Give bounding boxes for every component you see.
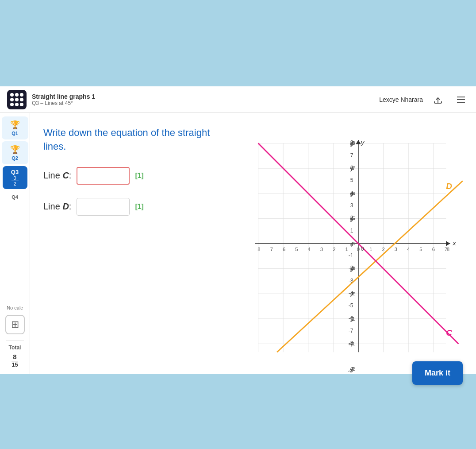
question-panel: Write down the equation of the straight … xyxy=(43,126,211,361)
svg-text:4: 4 xyxy=(350,241,353,248)
line-c-input[interactable] xyxy=(77,167,130,185)
trophy-icon-q1: 🏆 xyxy=(10,120,20,130)
svg-text:-7: -7 xyxy=(349,328,353,334)
line-c-row: Line C: [1] xyxy=(43,167,211,185)
no-calc-label: No calc xyxy=(7,305,23,310)
svg-marker-24 xyxy=(356,140,361,144)
line-d-marks: [1] xyxy=(135,203,144,211)
svg-text:-2: -2 xyxy=(349,265,353,271)
menu-button[interactable] xyxy=(453,92,469,108)
q3-score-num: 0 xyxy=(13,175,16,181)
sidebar-divider xyxy=(6,341,24,341)
svg-text:-2: -2 xyxy=(331,247,335,252)
line-d-row: Line D: [1] xyxy=(43,198,211,216)
svg-text:-6: -6 xyxy=(281,247,285,252)
user-name: Lexcye Nharara xyxy=(379,96,423,103)
graph-panel: x y 0 -8 -7 -6 -5 -4 -3 -2 -1 1 2 xyxy=(225,126,463,361)
header-title-group: Straight line graphs 1 Q3 – Lines at 45° xyxy=(32,93,379,106)
y-axis-label: y xyxy=(361,139,365,146)
line-d-label: Line D: xyxy=(43,201,71,212)
total-label: Total xyxy=(9,344,21,351)
svg-text:-3: -3 xyxy=(319,247,323,252)
line-c-label: Line C: xyxy=(43,170,71,181)
main-layout: 🏆 Q1 🏆 Q2 Q3 0 2 Q4 No calc xyxy=(0,113,476,374)
svg-text:2: 2 xyxy=(350,215,353,221)
svg-text:0: 0 xyxy=(357,247,360,252)
header-right: Lexcye Nharara xyxy=(379,92,469,108)
question-instruction: Write down the equation of the straight … xyxy=(43,126,211,154)
total-score-num: 8 xyxy=(12,352,18,361)
trophy-icon-q2: 🏆 xyxy=(10,145,20,155)
svg-text:2: 2 xyxy=(382,247,384,252)
svg-text:1: 1 xyxy=(350,228,353,234)
app-header: Straight line graphs 1 Q3 – Lines at 45°… xyxy=(0,86,476,113)
line-c-graph-label: C xyxy=(446,328,452,337)
calculator-button[interactable]: ⊞ xyxy=(5,315,25,334)
svg-text:3: 3 xyxy=(395,247,397,252)
svg-text:-2: -2 xyxy=(349,367,353,373)
header-title: Straight line graphs 1 xyxy=(32,93,379,100)
sidebar-item-q3[interactable]: Q3 0 2 xyxy=(3,166,27,189)
svg-text:-5: -5 xyxy=(293,247,298,252)
svg-text:-4: -4 xyxy=(349,290,353,296)
svg-text:5: 5 xyxy=(419,247,422,252)
svg-text:6: 6 xyxy=(350,165,353,171)
svg-text:-5: -5 xyxy=(349,302,353,309)
svg-text:8: 8 xyxy=(447,247,449,252)
mark-it-button[interactable]: Mark it xyxy=(412,361,463,385)
q3-score-den: 2 xyxy=(13,181,16,186)
line-c-marks: [1] xyxy=(135,172,144,180)
coordinate-graph: x y 0 -8 -7 -6 -5 -4 -3 -2 -1 1 2 xyxy=(233,126,454,361)
svg-text:5: 5 xyxy=(350,177,353,183)
svg-text:-1: -1 xyxy=(344,247,348,252)
sidebar: 🏆 Q1 🏆 Q2 Q3 0 2 Q4 No calc xyxy=(0,113,30,374)
sidebar-item-q4[interactable]: Q4 xyxy=(2,191,28,203)
line-d-graph-label: D xyxy=(446,182,452,191)
svg-text:3: 3 xyxy=(350,202,353,209)
svg-text:1: 1 xyxy=(369,247,372,252)
svg-text:7: 7 xyxy=(350,152,353,159)
svg-text:-1: -1 xyxy=(349,252,353,259)
line-d xyxy=(277,181,463,352)
app-logo xyxy=(7,90,27,109)
sidebar-item-q1[interactable]: 🏆 Q1 xyxy=(2,116,28,139)
sidebar-item-q2[interactable]: 🏆 Q2 xyxy=(2,141,28,164)
origin-label: 0 xyxy=(361,246,364,252)
svg-text:-8: -8 xyxy=(349,340,353,346)
header-subtitle: Q3 – Lines at 45° xyxy=(32,100,379,106)
svg-text:-8: -8 xyxy=(256,247,261,252)
svg-text:-6: -6 xyxy=(349,315,353,321)
svg-text:6: 6 xyxy=(432,247,435,252)
svg-text:-4: -4 xyxy=(306,247,311,252)
svg-text:4: 4 xyxy=(350,190,353,196)
x-axis-label: x xyxy=(452,239,456,247)
svg-text:8: 8 xyxy=(350,139,353,146)
upload-button[interactable] xyxy=(430,92,446,108)
svg-marker-23 xyxy=(446,241,450,246)
total-score-den: 15 xyxy=(12,361,18,369)
svg-text:4: 4 xyxy=(407,247,410,252)
content-area: Write down the equation of the straight … xyxy=(30,113,476,374)
total-score: 8 15 xyxy=(12,352,18,369)
svg-text:-7: -7 xyxy=(269,247,273,252)
line-d-input[interactable] xyxy=(77,198,130,216)
